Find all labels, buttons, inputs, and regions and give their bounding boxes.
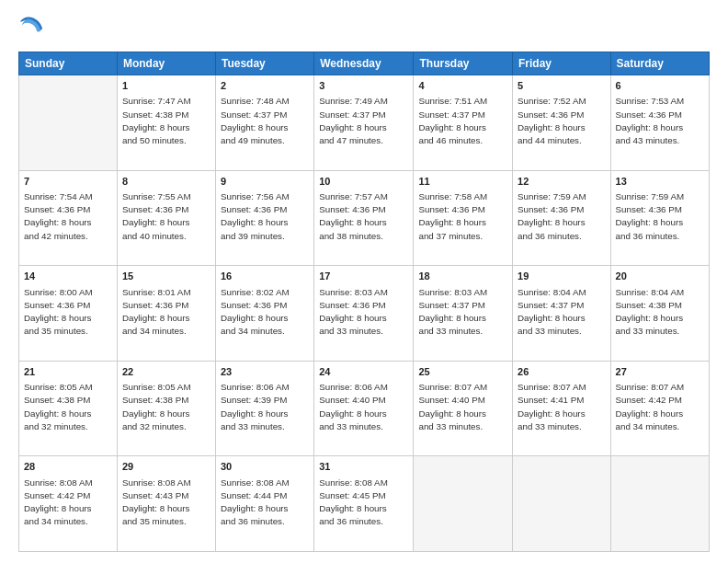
day-number: 29 (122, 460, 210, 474)
day-info: Sunrise: 8:07 AMSunset: 4:40 PMDaylight:… (418, 381, 507, 433)
day-number: 10 (319, 175, 408, 189)
calendar-cell: 3Sunrise: 7:49 AMSunset: 4:37 PMDaylight… (314, 75, 414, 171)
day-info: Sunrise: 7:54 AMSunset: 4:36 PMDaylight:… (24, 190, 112, 243)
day-header-monday: Monday (117, 52, 215, 75)
day-info: Sunrise: 8:03 AMSunset: 4:36 PMDaylight:… (319, 286, 408, 339)
day-header-saturday: Saturday (610, 52, 709, 75)
day-info: Sunrise: 8:06 AMSunset: 4:39 PMDaylight:… (221, 381, 309, 433)
calendar-cell: 12Sunrise: 7:59 AMSunset: 4:36 PMDayligh… (513, 170, 611, 266)
day-number: 3 (319, 79, 408, 93)
calendar-cell: 9Sunrise: 7:56 AMSunset: 4:36 PMDaylight… (216, 170, 314, 266)
day-number: 24 (319, 365, 408, 379)
day-number: 17 (319, 270, 408, 283)
day-number: 13 (616, 175, 704, 189)
calendar-header: SundayMondayTuesdayWednesdayThursdayFrid… (19, 52, 710, 75)
day-number: 20 (616, 270, 704, 283)
day-header-wednesday: Wednesday (314, 52, 414, 75)
calendar-cell: 18Sunrise: 8:03 AMSunset: 4:37 PMDayligh… (414, 266, 513, 362)
day-header-tuesday: Tuesday (216, 52, 314, 75)
calendar-cell: 22Sunrise: 8:05 AMSunset: 4:38 PMDayligh… (117, 361, 215, 456)
calendar-cell: 21Sunrise: 8:05 AMSunset: 4:38 PMDayligh… (19, 361, 118, 456)
logo-icon (18, 17, 44, 42)
calendar-cell: 1Sunrise: 7:47 AMSunset: 4:38 PMDaylight… (117, 75, 215, 171)
day-info: Sunrise: 7:56 AMSunset: 4:36 PMDaylight:… (221, 190, 309, 243)
calendar-cell: 24Sunrise: 8:06 AMSunset: 4:40 PMDayligh… (314, 361, 414, 456)
calendar-cell: 4Sunrise: 7:51 AMSunset: 4:37 PMDaylight… (414, 75, 513, 171)
day-info: Sunrise: 7:58 AMSunset: 4:36 PMDaylight:… (418, 190, 507, 243)
calendar-body: 1Sunrise: 7:47 AMSunset: 4:38 PMDaylight… (19, 75, 710, 552)
day-info: Sunrise: 8:00 AMSunset: 4:36 PMDaylight:… (24, 286, 112, 339)
day-info: Sunrise: 7:55 AMSunset: 4:36 PMDaylight:… (122, 190, 210, 243)
day-info: Sunrise: 7:57 AMSunset: 4:36 PMDaylight:… (319, 190, 408, 243)
day-info: Sunrise: 8:08 AMSunset: 4:42 PMDaylight:… (24, 477, 112, 529)
header-row: SundayMondayTuesdayWednesdayThursdayFrid… (19, 52, 710, 75)
day-info: Sunrise: 7:51 AMSunset: 4:37 PMDaylight:… (418, 95, 507, 147)
day-number: 28 (24, 460, 112, 474)
day-info: Sunrise: 8:07 AMSunset: 4:42 PMDaylight:… (616, 381, 704, 433)
calendar-cell: 26Sunrise: 8:07 AMSunset: 4:41 PMDayligh… (513, 361, 611, 456)
week-row-1: 7Sunrise: 7:54 AMSunset: 4:36 PMDaylight… (19, 170, 710, 266)
day-number: 5 (518, 79, 606, 93)
day-info: Sunrise: 8:01 AMSunset: 4:36 PMDaylight:… (122, 286, 210, 339)
calendar-cell: 7Sunrise: 7:54 AMSunset: 4:36 PMDaylight… (19, 170, 118, 266)
calendar-cell: 6Sunrise: 7:53 AMSunset: 4:36 PMDaylight… (610, 75, 709, 171)
day-info: Sunrise: 7:53 AMSunset: 4:36 PMDaylight:… (616, 95, 704, 147)
day-number: 14 (24, 270, 112, 283)
day-number: 26 (518, 365, 606, 379)
day-info: Sunrise: 8:04 AMSunset: 4:37 PMDaylight:… (518, 286, 606, 339)
calendar-cell: 28Sunrise: 8:08 AMSunset: 4:42 PMDayligh… (19, 456, 118, 552)
calendar-cell: 17Sunrise: 8:03 AMSunset: 4:36 PMDayligh… (314, 266, 414, 362)
calendar-cell: 15Sunrise: 8:01 AMSunset: 4:36 PMDayligh… (117, 266, 215, 362)
day-number: 30 (221, 460, 309, 474)
calendar-cell (513, 456, 611, 552)
day-number: 12 (518, 175, 606, 189)
day-info: Sunrise: 8:03 AMSunset: 4:37 PMDaylight:… (418, 286, 507, 339)
day-info: Sunrise: 7:49 AMSunset: 4:37 PMDaylight:… (319, 95, 408, 147)
day-header-thursday: Thursday (414, 52, 513, 75)
calendar-cell: 23Sunrise: 8:06 AMSunset: 4:39 PMDayligh… (216, 361, 314, 456)
calendar-cell (610, 456, 709, 552)
day-info: Sunrise: 8:08 AMSunset: 4:44 PMDaylight:… (221, 477, 309, 529)
day-number: 18 (418, 270, 507, 283)
day-number: 15 (122, 270, 210, 283)
day-number: 7 (24, 175, 112, 189)
day-info: Sunrise: 8:05 AMSunset: 4:38 PMDaylight:… (24, 381, 112, 433)
day-info: Sunrise: 8:08 AMSunset: 4:43 PMDaylight:… (122, 477, 210, 529)
page: SundayMondayTuesdayWednesdayThursdayFrid… (0, 0, 728, 563)
calendar-cell: 2Sunrise: 7:48 AMSunset: 4:37 PMDaylight… (216, 75, 314, 171)
calendar-cell: 8Sunrise: 7:55 AMSunset: 4:36 PMDaylight… (117, 170, 215, 266)
day-header-friday: Friday (513, 52, 611, 75)
day-number: 2 (221, 79, 309, 93)
calendar-cell (19, 75, 118, 171)
day-number: 16 (221, 270, 309, 283)
calendar-cell: 19Sunrise: 8:04 AMSunset: 4:37 PMDayligh… (513, 266, 611, 362)
calendar-cell: 31Sunrise: 8:08 AMSunset: 4:45 PMDayligh… (314, 456, 414, 552)
calendar-cell: 29Sunrise: 8:08 AMSunset: 4:43 PMDayligh… (117, 456, 215, 552)
day-info: Sunrise: 8:05 AMSunset: 4:38 PMDaylight:… (122, 381, 210, 433)
week-row-0: 1Sunrise: 7:47 AMSunset: 4:38 PMDaylight… (19, 75, 710, 171)
calendar-cell: 5Sunrise: 7:52 AMSunset: 4:36 PMDaylight… (513, 75, 611, 171)
day-number: 23 (221, 365, 309, 379)
calendar-cell: 20Sunrise: 8:04 AMSunset: 4:38 PMDayligh… (610, 266, 709, 362)
calendar-cell: 11Sunrise: 7:58 AMSunset: 4:36 PMDayligh… (414, 170, 513, 266)
calendar-cell: 25Sunrise: 8:07 AMSunset: 4:40 PMDayligh… (414, 361, 513, 456)
day-number: 22 (122, 365, 210, 379)
calendar-cell: 16Sunrise: 8:02 AMSunset: 4:36 PMDayligh… (216, 266, 314, 362)
calendar-cell: 14Sunrise: 8:00 AMSunset: 4:36 PMDayligh… (19, 266, 118, 362)
calendar-cell: 30Sunrise: 8:08 AMSunset: 4:44 PMDayligh… (216, 456, 314, 552)
day-info: Sunrise: 8:06 AMSunset: 4:40 PMDaylight:… (319, 381, 408, 433)
calendar-cell (414, 456, 513, 552)
day-number: 6 (616, 79, 704, 93)
day-info: Sunrise: 8:07 AMSunset: 4:41 PMDaylight:… (518, 381, 606, 433)
day-header-sunday: Sunday (19, 52, 118, 75)
day-info: Sunrise: 7:48 AMSunset: 4:37 PMDaylight:… (221, 95, 309, 147)
day-number: 4 (418, 79, 507, 93)
logo (18, 17, 48, 42)
day-number: 27 (616, 365, 704, 379)
day-number: 31 (319, 460, 408, 474)
day-info: Sunrise: 7:47 AMSunset: 4:38 PMDaylight:… (122, 95, 210, 147)
day-info: Sunrise: 7:59 AMSunset: 4:36 PMDaylight:… (518, 190, 606, 243)
day-number: 19 (518, 270, 606, 283)
day-number: 21 (24, 365, 112, 379)
day-info: Sunrise: 8:04 AMSunset: 4:38 PMDaylight:… (616, 286, 704, 339)
